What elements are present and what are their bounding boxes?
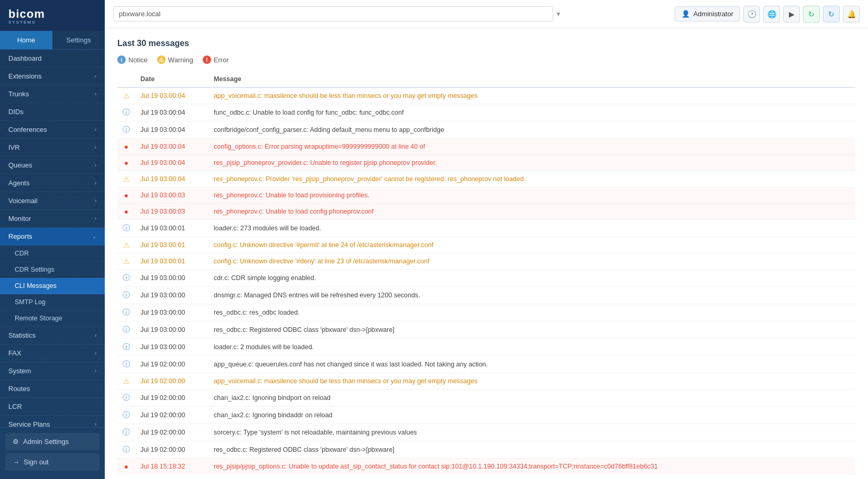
row-icon-cell: ● — [117, 204, 135, 220]
sidebar-item-dids[interactable]: DIDs — [0, 103, 105, 121]
sidebar-item-label: Reports — [8, 232, 32, 240]
sidebar-item-monitor[interactable]: Monitor › — [0, 210, 105, 228]
row-date: Jul 19 02:00:00 — [135, 389, 208, 407]
sidebar-item-reports[interactable]: Reports ⌄ — [0, 228, 105, 246]
table-row: ⓘ Jul 19 03:00:00 loader.c: 2 modules wi… — [117, 339, 855, 356]
row-icon-cell: ⚠ — [117, 373, 135, 389]
refresh-blue-icon-button[interactable]: ↻ — [823, 6, 840, 23]
row-message: res_pjsip_phoneprov_provider.c: Unable t… — [208, 155, 855, 171]
sidebar-bottom: ⚙ Admin Settings → Sign out — [0, 427, 105, 479]
row-message: loader.c: 273 modules will be loaded. — [208, 220, 855, 237]
row-message: res_phoneprov.c: Unable to load provisio… — [208, 187, 855, 204]
warning-icon: ⚠ — [157, 55, 166, 64]
topbar: ▼ 👤 Administrator 🕐 🌐 ▶ ↻ ↻ 🔔 — [105, 0, 868, 28]
table-row: ⓘ Jul 19 03:00:00 dnsmgr.c: Managed DNS … — [117, 287, 855, 304]
row-message: chan_iax2.c: Ignoring bindaddr on reload — [208, 407, 855, 424]
row-icon-cell: ⓘ — [117, 339, 135, 356]
sidebar-sub-cli-messages[interactable]: CLI Messages — [0, 278, 105, 294]
sidebar-item-ivr[interactable]: IVR › — [0, 139, 105, 157]
sidebar-sub-cdr[interactable]: CDR — [0, 246, 105, 262]
table-row: ⚠ Jul 19 03:00:04 res_phoneprov.c: Provi… — [117, 171, 855, 187]
table-row: ⓘ Jul 19 02:00:00 sorcery.c: Type 'syste… — [117, 424, 855, 441]
row-message: res_phoneprov.c: Unable to load config p… — [208, 204, 855, 220]
sidebar-item-conferences[interactable]: Conferences › — [0, 121, 105, 139]
warning-filter[interactable]: ⚠ Warning — [157, 55, 193, 64]
sidebar-sub-label: Remote Storage — [15, 315, 62, 322]
chevron-down-icon: ⌄ — [92, 233, 96, 239]
dropdown-arrow-icon[interactable]: ▼ — [555, 10, 562, 18]
sidebar-item-extensions[interactable]: Extensions › — [0, 68, 105, 85]
row-icon-cell: ⓘ — [117, 356, 135, 373]
table-row: ⓘ Jul 19 02:00:00 app_queue.c: queuerule… — [117, 356, 855, 373]
notice-row-icon: ⓘ — [123, 445, 130, 453]
user-menu-button[interactable]: 👤 Administrator — [675, 6, 740, 21]
chevron-right-icon: › — [95, 127, 96, 132]
warning-row-icon: ⚠ — [123, 377, 130, 385]
row-icon-cell: ⓘ — [117, 220, 135, 237]
tab-settings[interactable]: Settings — [52, 31, 105, 49]
sidebar-item-system[interactable]: System › — [0, 362, 105, 380]
sidebar-item-queues[interactable]: Queues › — [0, 157, 105, 174]
chevron-right-icon: › — [95, 162, 96, 168]
error-row-icon: ● — [124, 159, 128, 167]
sidebar: bicom SYSTEMS Home Settings Dashboard Ex… — [0, 0, 105, 479]
row-icon-cell: ● — [117, 155, 135, 171]
row-date: Jul 19 03:00:03 — [135, 187, 208, 204]
table-row: ● Jul 19 03:00:03 res_phoneprov.c: Unabl… — [117, 187, 855, 204]
row-date: Jul 19 03:00:04 — [135, 87, 208, 104]
bell-icon-button[interactable]: 🔔 — [843, 6, 860, 23]
sidebar-item-service-plans[interactable]: Service Plans › — [0, 416, 105, 427]
refresh-green-icon-button[interactable]: ↻ — [803, 6, 820, 23]
error-filter[interactable]: ! Error — [203, 55, 229, 64]
sidebar-sub-remote-storage[interactable]: Remote Storage — [0, 310, 105, 327]
tab-home[interactable]: Home — [0, 31, 52, 49]
row-icon-cell: ⓘ — [117, 287, 135, 304]
notice-row-icon: ⓘ — [123, 224, 130, 232]
notice-icon: i — [117, 55, 126, 64]
row-icon-cell: ● — [117, 187, 135, 204]
notice-row-icon: ⓘ — [123, 308, 130, 316]
error-row-icon: ● — [124, 191, 128, 199]
row-date: Jul 19 03:00:01 — [135, 253, 208, 270]
chevron-right-icon: › — [95, 198, 96, 204]
sidebar-item-agents[interactable]: Agents › — [0, 174, 105, 192]
row-icon-cell: ⓘ — [117, 389, 135, 407]
sign-out-label: Sign out — [24, 458, 49, 466]
row-icon-cell: ⚠ — [117, 237, 135, 253]
table-row: ⓘ Jul 19 02:00:00 chan_iax2.c: Ignoring … — [117, 407, 855, 424]
row-icon-cell: ● — [117, 139, 135, 155]
logo: bicom SYSTEMS — [0, 0, 105, 31]
clock-icon-button[interactable]: 🕐 — [743, 6, 760, 23]
chevron-right-icon: › — [95, 368, 96, 374]
sidebar-item-routes[interactable]: Routes — [0, 380, 105, 398]
help-icon-button[interactable]: ▶ — [783, 6, 800, 23]
sidebar-item-label: Monitor — [8, 215, 31, 222]
chevron-right-icon: › — [95, 332, 96, 338]
user-label: Administrator — [693, 10, 733, 18]
admin-settings-button[interactable]: ⚙ Admin Settings — [5, 433, 100, 450]
main-area: ▼ 👤 Administrator 🕐 🌐 ▶ ↻ ↻ 🔔 Last 30 me… — [105, 0, 868, 479]
globe-icon-button[interactable]: 🌐 — [763, 6, 780, 23]
sidebar-item-voicemail[interactable]: Voicemail › — [0, 192, 105, 210]
notice-row-icon: ⓘ — [123, 273, 130, 282]
notice-row-icon: ⓘ — [123, 108, 130, 116]
sidebar-item-fax[interactable]: FAX › — [0, 344, 105, 362]
sidebar-sub-smtp-log[interactable]: SMTP Log — [0, 294, 105, 310]
messages-table: Date Message ⚠ Jul 19 03:00:04 app_voice… — [117, 71, 855, 475]
warning-row-icon: ⚠ — [123, 241, 130, 249]
sidebar-item-dashboard[interactable]: Dashboard — [0, 50, 105, 68]
sidebar-item-trunks[interactable]: Trunks › — [0, 85, 105, 103]
row-message: res_pjsip/pjsip_options.c: Unable to upd… — [208, 459, 855, 475]
row-date: Jul 19 03:00:01 — [135, 220, 208, 237]
row-message: res_odbc.c: Registered ODBC class 'pbxwa… — [208, 321, 855, 339]
row-date: Jul 19 03:00:04 — [135, 171, 208, 187]
error-icon: ! — [203, 55, 211, 64]
row-icon-cell: ⚠ — [117, 253, 135, 270]
server-search-input[interactable] — [113, 6, 553, 21]
sign-out-button[interactable]: → Sign out — [5, 453, 100, 471]
sidebar-item-statistics[interactable]: Statistics › — [0, 327, 105, 344]
row-date: Jul 19 03:00:00 — [135, 304, 208, 321]
sidebar-sub-cdr-settings[interactable]: CDR Settings — [0, 262, 105, 278]
sidebar-item-lcr[interactable]: LCR — [0, 398, 105, 416]
notice-filter[interactable]: i Notice — [117, 55, 148, 64]
